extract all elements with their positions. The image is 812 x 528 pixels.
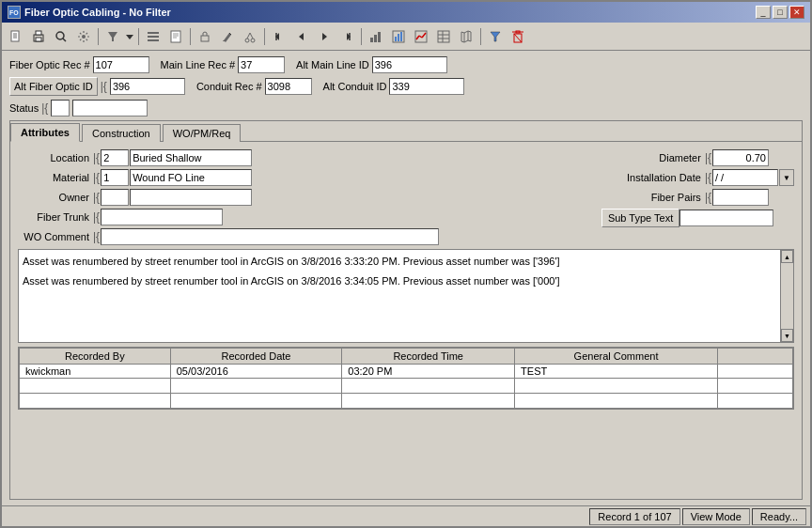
filter-button[interactable] [102,26,123,47]
tab-construction[interactable]: Construction [82,124,161,142]
svg-line-25 [250,33,253,39]
minimize-button[interactable]: _ [756,6,771,19]
sub-type-text-input[interactable] [679,210,773,226]
installation-date-dropdown[interactable]: ▼ [779,169,794,186]
settings-button[interactable] [73,26,94,47]
nav-last-button[interactable] [336,26,357,47]
fiber-optic-rec-group: Fiber Optic Rec # [9,56,149,73]
fiber-trunk-row: Fiber Trunk |{ [18,209,439,225]
svg-marker-13 [126,35,133,39]
owner-code-input[interactable] [101,189,129,206]
location-text-input[interactable] [130,149,252,166]
maximize-button[interactable]: □ [773,6,788,19]
fiber-trunk-label: Fiber Trunk [18,211,93,223]
alt-conduit-id-group: Alt Conduit ID [323,78,465,95]
svg-rect-21 [201,36,209,41]
status-text-input[interactable] [72,100,148,116]
separator-6 [480,28,481,45]
map-button[interactable] [456,26,476,47]
view-page-button[interactable] [165,26,186,47]
table-button[interactable] [433,26,454,47]
svg-rect-14 [148,32,159,34]
filter2-button[interactable] [485,26,506,47]
notes-wrapper: Asset was renumbered by street renumber … [18,249,794,343]
separator-1 [98,28,99,45]
location-code-input[interactable] [101,149,129,166]
conduit-rec-input[interactable] [265,78,312,95]
tab-header: Attributes Construction WO/PM/Req [10,121,802,142]
table-row-empty-1 [20,379,793,394]
print-button[interactable] [28,26,49,47]
nav-prev-button[interactable] [291,26,312,47]
filter-arrow-button[interactable] [125,26,134,47]
svg-line-42 [422,33,426,38]
pencil-button[interactable] [217,26,238,47]
tab-attributes[interactable]: Attributes [10,123,80,142]
scrollbar-down-button[interactable]: ▼ [781,329,793,342]
svg-rect-7 [36,31,41,35]
svg-rect-37 [398,34,399,41]
diameter-label: Diameter [601,152,705,163]
col-recorded-time: Recorded Time [342,349,515,365]
edit-button[interactable] [195,26,215,47]
diameter-row: Diameter |{ [601,149,794,166]
svg-line-24 [247,33,250,39]
alt-main-line-id-input[interactable] [372,56,447,73]
material-code-input[interactable] [101,169,129,186]
alt-fiber-optic-id-input[interactable] [110,78,185,95]
close-button[interactable]: ✕ [789,6,804,19]
location-row: Location |{ [18,149,439,166]
installation-date-input[interactable] [712,169,778,186]
nav-first-button[interactable] [269,26,289,47]
material-text-input[interactable] [130,169,252,186]
wo-comment-input[interactable] [101,228,439,245]
sub-type-text-button[interactable]: Sub Type Text [601,209,679,227]
new-button[interactable] [6,26,26,47]
header-row-1: Fiber Optic Rec # Main Line Rec # Alt Ma… [9,56,803,73]
chart1-button[interactable] [366,26,386,47]
ready-status: Ready... [752,508,806,525]
table-row[interactable]: kwickman 05/03/2016 03:20 PM TEST [20,365,793,379]
nav-next-button[interactable] [314,26,335,47]
alt-conduit-id-label: Alt Conduit ID [323,81,387,92]
material-label: Material [18,172,93,183]
delete-button[interactable] [508,26,528,47]
sub-type-row: Sub Type Text [601,209,794,227]
chart3-button[interactable] [411,26,431,47]
tab-wo-pm-req[interactable]: WO/PM/Req [163,124,242,142]
fiber-trunk-input[interactable] [101,209,223,225]
alt-fiber-optic-id-button[interactable]: Alt Fiber Optic ID [9,77,98,96]
chart2-button[interactable] [388,26,409,47]
conduit-rec-group: Conduit Rec # [196,78,312,95]
view-mode: View Mode [682,508,750,525]
status-code-input[interactable] [51,100,70,116]
window-controls: _ □ ✕ [756,6,804,19]
status-bar: Record 1 of 107 View Mode Ready... [2,505,810,526]
alt-main-line-id-label: Alt Main Line ID [296,59,369,70]
material-row: Material |{ [18,169,439,186]
tab-content-attributes: Location |{ Material |{ [10,142,802,499]
svg-rect-8 [36,38,41,41]
separator-4 [264,28,265,45]
fiber-pairs-input[interactable] [712,189,769,206]
col-recorded-date: Recorded Date [170,349,342,365]
table-row-empty-2 [20,394,793,409]
alt-conduit-id-input[interactable] [389,78,464,95]
svg-marker-28 [299,33,304,40]
fiber-pairs-label: Fiber Pairs [601,192,705,203]
search-button[interactable] [51,26,71,47]
scissors-button[interactable] [240,26,260,47]
svg-point-22 [245,39,249,42]
alt-main-line-id-group: Alt Main Line ID [296,56,447,73]
svg-text:FO: FO [9,9,19,16]
svg-rect-16 [148,39,159,41]
fiber-optic-rec-input[interactable] [93,56,149,73]
main-line-rec-input[interactable] [238,56,285,73]
view-list-button[interactable] [143,26,164,47]
owner-text-input[interactable] [130,189,252,206]
diameter-input[interactable] [712,149,769,166]
svg-line-40 [416,36,419,39]
conduit-rec-label: Conduit Rec # [196,81,262,92]
scrollbar-up-button[interactable]: ▲ [781,250,793,263]
record-info: Record 1 of 107 [589,508,679,525]
